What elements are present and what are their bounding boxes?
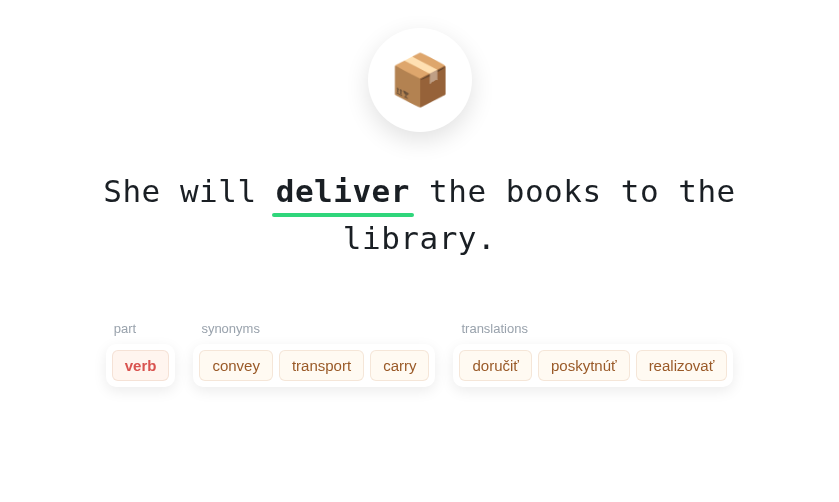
group-part: partverb	[106, 321, 176, 387]
chip[interactable]: transport	[279, 350, 364, 381]
chip[interactable]: carry	[370, 350, 429, 381]
chip-row: conveytransportcarry	[193, 344, 435, 387]
word-icon-circle: 📦	[368, 28, 472, 132]
group-label: translations	[453, 321, 733, 336]
group-translations: translationsdoručiťposkytnúťrealizovať	[453, 321, 733, 387]
example-sentence: She will deliver the books to the librar…	[30, 168, 810, 261]
chip-row: verb	[106, 344, 176, 387]
sentence-before: She will	[103, 173, 275, 209]
group-synonyms: synonymsconveytransportcarry	[193, 321, 435, 387]
chip[interactable]: doručiť	[459, 350, 531, 381]
chip[interactable]: convey	[199, 350, 273, 381]
group-label: synonyms	[193, 321, 435, 336]
info-groups: partverbsynonymsconveytransportcarrytran…	[106, 321, 734, 387]
package-icon: 📦	[389, 55, 451, 105]
chip[interactable]: verb	[112, 350, 170, 381]
chip[interactable]: realizovať	[636, 350, 728, 381]
group-label: part	[106, 321, 176, 336]
chip-row: doručiťposkytnúťrealizovať	[453, 344, 733, 387]
chip[interactable]: poskytnúť	[538, 350, 630, 381]
highlighted-word: deliver	[276, 168, 410, 215]
